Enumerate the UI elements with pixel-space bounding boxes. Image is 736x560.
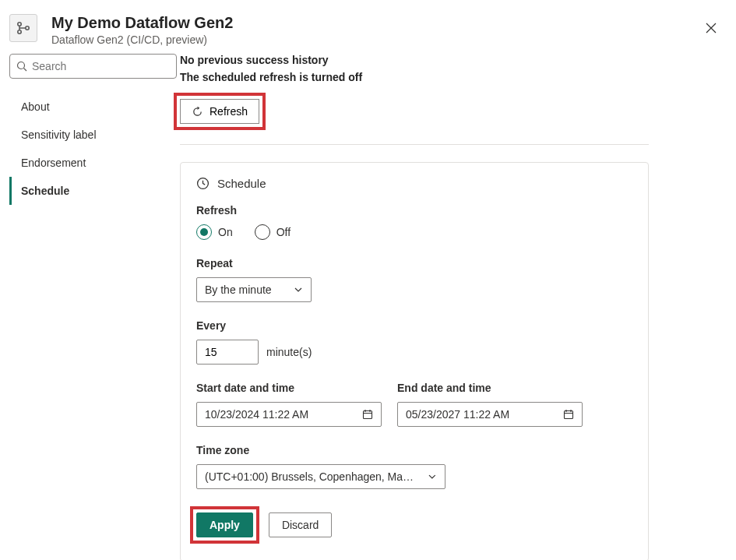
chevron-down-icon <box>294 285 303 294</box>
sidebar-item-endorsement[interactable]: Endorsement <box>9 149 177 177</box>
radio-off-label: Off <box>276 226 291 238</box>
status-history: No previous success history <box>180 54 649 66</box>
svg-point-3 <box>18 62 25 69</box>
svg-rect-6 <box>565 411 573 419</box>
timezone-value: (UTC+01:00) Brussels, Copenhagen, Madrid <box>205 470 415 483</box>
schedule-title: Schedule <box>217 177 266 190</box>
refresh-highlight-box: Refresh <box>174 93 266 130</box>
sidebar: About Sensitivity label Endorsement Sche… <box>9 54 177 560</box>
search-icon <box>16 61 27 72</box>
refresh-button-label: Refresh <box>210 105 248 118</box>
svg-point-0 <box>18 23 21 26</box>
timezone-label: Time zone <box>196 444 632 456</box>
page-subtitle: Dataflow Gen2 (CI/CD, preview) <box>51 33 702 46</box>
close-button[interactable] <box>702 19 720 37</box>
svg-point-1 <box>18 30 21 33</box>
page-title: My Demo Dataflow Gen2 <box>51 14 702 32</box>
radio-off-indicator <box>255 224 270 240</box>
refresh-button[interactable]: Refresh <box>180 99 259 124</box>
repeat-value: By the minute <box>205 284 272 296</box>
main-content: No previous success history The schedule… <box>177 54 727 560</box>
repeat-label: Repeat <box>196 257 632 269</box>
radio-off[interactable]: Off <box>255 224 291 240</box>
clock-icon <box>196 177 210 190</box>
radio-on[interactable]: On <box>196 224 233 240</box>
start-date-input[interactable]: 10/23/2024 11:22 AM <box>196 402 382 427</box>
end-date-value: 05/23/2027 11:22 AM <box>406 408 509 421</box>
apply-button[interactable]: Apply <box>196 512 253 537</box>
every-input[interactable] <box>196 340 259 365</box>
calendar-icon <box>563 409 574 420</box>
search-input[interactable] <box>9 54 177 79</box>
timezone-select[interactable]: (UTC+01:00) Brussels, Copenhagen, Madrid <box>196 464 445 489</box>
sidebar-item-about[interactable]: About <box>9 93 177 121</box>
end-date-label: End date and time <box>397 382 583 394</box>
dataflow-icon <box>9 14 37 42</box>
refresh-field-label: Refresh <box>196 204 632 217</box>
radio-on-label: On <box>218 226 233 238</box>
start-date-value: 10/23/2024 11:22 AM <box>205 408 308 421</box>
chevron-down-icon <box>428 472 437 481</box>
refresh-icon <box>192 106 203 118</box>
divider <box>180 144 649 145</box>
schedule-panel-header: Schedule <box>196 177 632 190</box>
every-unit: minute(s) <box>266 346 312 358</box>
sidebar-item-schedule[interactable]: Schedule <box>9 177 177 205</box>
svg-rect-5 <box>364 411 372 419</box>
status-refresh-off: The scheduled refresh is turned off <box>180 71 649 83</box>
discard-button[interactable]: Discard <box>269 512 332 537</box>
every-label: Every <box>196 319 632 332</box>
schedule-panel: Schedule Refresh On Off Repeat <box>180 162 649 560</box>
sidebar-item-sensitivity[interactable]: Sensitivity label <box>9 121 177 149</box>
svg-point-2 <box>26 26 29 30</box>
close-icon <box>706 23 717 33</box>
radio-on-indicator <box>196 224 212 240</box>
start-date-label: Start date and time <box>196 382 382 394</box>
end-date-input[interactable]: 05/23/2027 11:22 AM <box>397 402 583 427</box>
repeat-select[interactable]: By the minute <box>196 277 312 302</box>
calendar-icon <box>362 409 373 420</box>
apply-highlight-box: Apply <box>190 506 259 544</box>
dialog-header: My Demo Dataflow Gen2 Dataflow Gen2 (CI/… <box>0 0 736 54</box>
search-field[interactable] <box>32 60 170 72</box>
